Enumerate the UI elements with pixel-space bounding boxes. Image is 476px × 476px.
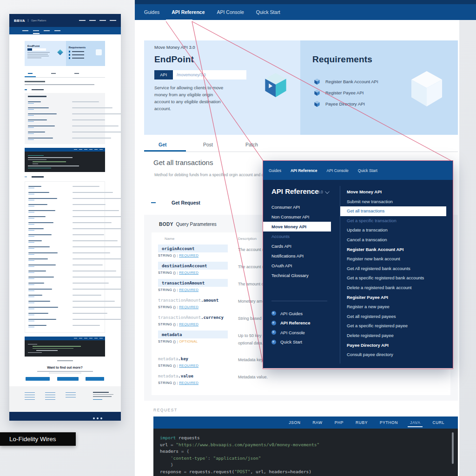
popup-sidebar-item[interactable]: OAuth API xyxy=(263,261,340,271)
thumb-footer-column xyxy=(66,390,76,412)
endpoint-path-field[interactable]: /movemoney/3.0 xyxy=(173,70,246,79)
requirement-item[interactable]: Payee Directory API xyxy=(314,98,378,109)
popup-quick-link[interactable]: API Guides xyxy=(271,309,310,318)
quick-link-label: API Reference xyxy=(280,320,310,325)
nav-item[interactable]: Guides xyxy=(144,9,159,15)
nav-item[interactable]: API Reference xyxy=(172,9,205,15)
code-language-tab[interactable]: CURL xyxy=(426,416,450,429)
code-language-tab[interactable]: JAVA xyxy=(404,416,426,429)
code-scrollbar[interactable] xyxy=(452,432,454,464)
code-language-tab[interactable]: RAW xyxy=(306,416,328,429)
parameter-flag[interactable]: REQUIRED xyxy=(179,271,198,275)
get-request-toggle[interactable]: Get Request xyxy=(151,200,200,205)
column-header-description: Description xyxy=(238,237,257,241)
parameter-flag[interactable]: REQUIRED xyxy=(179,305,198,309)
code-language-tab[interactable]: PHP xyxy=(329,416,350,429)
popup-quick-link[interactable]: API Reference xyxy=(271,318,310,328)
cube-icon xyxy=(314,90,320,96)
thumb-code-lines xyxy=(25,152,105,172)
requirement-item[interactable]: Register Bank Account API xyxy=(314,76,378,87)
method-tab[interactable]: Post xyxy=(203,142,213,147)
api-cube-icon xyxy=(265,73,286,97)
parameter-flag[interactable]: REQUIRED xyxy=(179,288,198,292)
bbva-logo: BBVA xyxy=(14,19,25,23)
active-method-tab-underline xyxy=(144,150,186,152)
thumb-button xyxy=(26,377,50,381)
thumb-menu-dashes xyxy=(79,20,116,21)
popup-menu-item[interactable]: Consult payee directory xyxy=(340,350,453,360)
nav-item[interactable]: API Console xyxy=(217,9,244,15)
popup-menu-item[interactable]: Submit new transaction xyxy=(340,197,453,207)
popup-sidebar-item[interactable]: Move Money API xyxy=(263,222,331,231)
popup-menu-item[interactable]: Get a specific registered bank accounts xyxy=(340,273,453,283)
body-query-parameters-header: BODY Query Parameteres xyxy=(159,222,217,227)
thumb-footer-column xyxy=(25,390,35,412)
thumb-param-rows xyxy=(28,100,102,142)
thumb-requirements-title: Requirements xyxy=(69,46,102,49)
popup-sidebar-item[interactable]: Non Consumer API xyxy=(263,212,340,222)
lofi-wireframe-thumbnail[interactable]: BBVA Open Platform EndPoint Requirements xyxy=(9,14,121,421)
popup-menu-item[interactable]: Register a new payee xyxy=(340,302,453,312)
thumb-social-icons xyxy=(93,417,102,419)
thumb-cta-buttons xyxy=(25,377,105,381)
popup-menu-item[interactable]: Get a specific transaction xyxy=(340,216,453,226)
popup-menu-item[interactable]: Get all transactions xyxy=(340,206,446,216)
popup-quick-link[interactable]: Quick Start xyxy=(271,337,310,347)
parameter-flag[interactable]: REQUIRED xyxy=(179,364,198,368)
popup-menu-item[interactable]: Cancel a transcation xyxy=(340,235,453,245)
popup-menu-item[interactable]: Move Money API xyxy=(340,187,453,197)
popup-menu-item[interactable]: Register Bank Account API xyxy=(340,245,453,255)
popup-nav-item[interactable]: Guides xyxy=(269,168,281,173)
method-tab[interactable]: Get xyxy=(159,142,167,147)
thumb-cta-title: Want to find out more? xyxy=(25,366,105,369)
code-language-tab[interactable]: RUBY xyxy=(350,416,374,429)
popup-sidebar-item[interactable]: Consumer API xyxy=(263,202,340,212)
version-dropdown[interactable]: 3.0 xyxy=(317,190,328,194)
white-cube-icon xyxy=(411,71,443,106)
popup-nav-item[interactable]: Quick Start xyxy=(358,168,377,173)
code-language-tab[interactable]: JSON xyxy=(283,416,306,429)
code-language-tabs: JSONRAWPHPRUBYPYTHONJAVACURL xyxy=(153,416,458,429)
requirements-panel: Requirements Register Bank Account API xyxy=(300,40,458,135)
popup-menu-item[interactable]: Delete a registered bank account xyxy=(340,283,453,293)
globe-icon xyxy=(271,330,276,335)
parameter-flag[interactable]: REQUIRED xyxy=(179,381,198,385)
get-request-label: Get Request xyxy=(172,200,200,205)
popup-sidebar-item[interactable]: Notifications API xyxy=(263,251,340,261)
popup-nav-item[interactable]: API Reference xyxy=(291,168,317,173)
method-tabs: GetPostPatch xyxy=(144,139,458,152)
popup-menu-item[interactable]: Register new bank account xyxy=(340,254,453,264)
collapse-icon xyxy=(151,202,156,203)
popup-menu-item[interactable]: Regisiter Payee API xyxy=(340,293,453,303)
popup-sidebar-item[interactable]: Cards API xyxy=(263,241,340,251)
quick-link-label: API Guides xyxy=(280,311,303,316)
thumb-header: BBVA Open Platform xyxy=(9,14,121,27)
code-language-tab[interactable]: PYTHON xyxy=(374,416,404,429)
thumb-code-tabs xyxy=(25,337,105,340)
code-editor[interactable]: import requestsurl = "https://www.bbvaap… xyxy=(153,429,458,476)
popup-menu-item[interactable]: Update a transcation xyxy=(340,225,453,235)
lofi-wires-badge: Lo-Fidelity Wires xyxy=(0,432,76,446)
popup-sidebar-item[interactable]: Accounts xyxy=(263,231,340,241)
parameter-flag[interactable]: REQUIRED xyxy=(179,322,198,326)
parameter-name: originAccount xyxy=(158,245,228,252)
popup-menu-item[interactable]: Get a specific registered payee xyxy=(340,321,453,331)
parameter-flag[interactable]: REQUIRED xyxy=(179,253,198,258)
popup-endpoint-menu: Move Money APISubmit new transactionGet … xyxy=(340,187,453,360)
cube-icon xyxy=(314,101,320,107)
popup-sidebar-item[interactable]: Technical Glossary xyxy=(263,271,340,280)
parameter-flag[interactable]: OPTIONAL xyxy=(179,339,198,344)
nav-item[interactable]: Quick Start xyxy=(256,9,280,15)
requirement-item[interactable]: Register Payee API xyxy=(314,87,378,98)
thumb-version-selector xyxy=(57,360,73,361)
popup-menu-item[interactable]: Get all registered payees xyxy=(340,312,453,322)
popup-menu-item[interactable]: Payee Directory API xyxy=(340,341,453,350)
method-tab[interactable]: Patch xyxy=(245,142,258,147)
popup-nav-item[interactable]: API Console xyxy=(327,168,349,173)
parameter-description: Metadata value. xyxy=(238,373,280,381)
popup-menu-item[interactable]: Get All registered bank accounts xyxy=(340,264,453,274)
popup-quick-link[interactable]: API Console xyxy=(271,328,310,337)
thumb-code-block-1 xyxy=(25,148,105,172)
popup-menu-item[interactable]: Delete registered payee xyxy=(340,331,453,341)
thumb-code-block-2 xyxy=(25,337,105,357)
